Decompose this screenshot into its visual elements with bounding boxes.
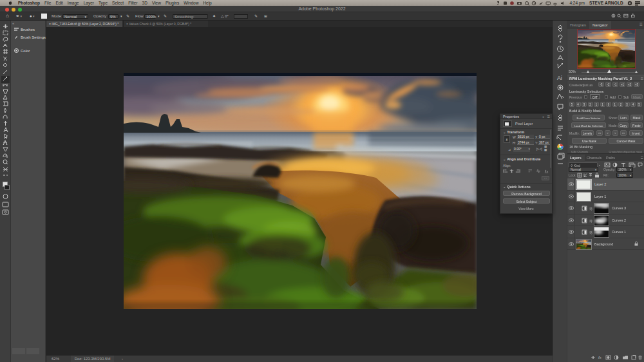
svg-text:fx: fx	[598, 356, 602, 359]
svg-text:Ai: Ai	[557, 75, 562, 81]
